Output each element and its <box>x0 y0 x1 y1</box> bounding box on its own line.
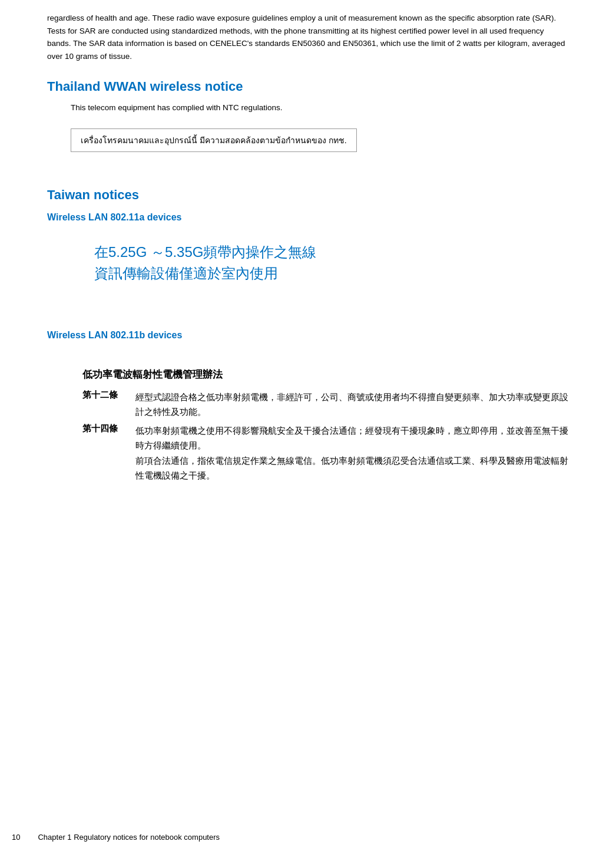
page-footer: 10 Chapter 1 Regulatory notices for note… <box>0 833 616 842</box>
article-14-body-2: 前項合法通信，指依電信規定作業之無線電信。低功率射頻電機須忍受合法通信或工業、科… <box>135 453 569 483</box>
taiwan-lan-a-section: Wireless LAN 802.11a devices 在5.25G ～5.3… <box>47 212 569 321</box>
article-12-row: 第十二條 經型式認證合格之低功率射頻電機，非經許可，公司、商號或使用者均不得擅自… <box>82 390 569 420</box>
article-12-body: 經型式認證合格之低功率射頻電機，非經許可，公司、商號或使用者均不得擅自變更頻率、… <box>135 390 569 420</box>
taiwan-lan-b-title: 低功率電波輻射性電機管理辦法 <box>82 368 569 381</box>
taiwan-lan-a-chinese-line1: 在5.25G ～5.35G頻帶內操作之無線 <box>94 242 557 263</box>
taiwan-lan-b-heading: Wireless LAN 802.11b devices <box>47 330 569 341</box>
page-content: regardless of health and age. These radi… <box>0 0 616 528</box>
article-14-label: 第十四條 <box>82 423 135 434</box>
footer-page-number: 10 <box>12 833 20 842</box>
thai-notice-text: เครื่องโทรคมนาคมและอุปกรณ์นี้ มีความสอดค… <box>81 136 347 145</box>
article-14-row: 第十四條 低功率射頻電機之使用不得影響飛航安全及干擾合法通信；經發現有干擾現象時… <box>82 423 569 483</box>
spacer-1 <box>47 158 569 176</box>
taiwan-lan-b-content: 低功率電波輻射性電機管理辦法 第十二條 經型式認證合格之低功率射頻電機，非經許可… <box>82 368 569 483</box>
taiwan-lan-a-chinese-box: 在5.25G ～5.35G頻帶內操作之無線 資訊傳輸設備僅適於室內使用 <box>82 233 569 292</box>
taiwan-lan-b-section: Wireless LAN 802.11b devices 低功率電波輻射性電機管… <box>47 330 569 483</box>
article-12-label: 第十二條 <box>82 390 135 401</box>
spacer-2 <box>47 303 569 321</box>
thailand-body-text: This telecom equipment has complied with… <box>71 101 569 114</box>
article-14-body-1: 低功率射頻電機之使用不得影響飛航安全及干擾合法通信；經發現有干擾現象時，應立即停… <box>135 423 569 453</box>
thai-notice-box: เครื่องโทรคมนาคมและอุปกรณ์นี้ มีความสอดค… <box>71 128 357 152</box>
taiwan-section: Taiwan notices Wireless LAN 802.11a devi… <box>47 187 569 483</box>
spacer-3 <box>47 350 569 358</box>
taiwan-heading: Taiwan notices <box>47 187 569 203</box>
thailand-heading: Thailand WWAN wireless notice <box>47 79 569 94</box>
taiwan-lan-a-heading: Wireless LAN 802.11a devices <box>47 212 569 223</box>
footer-chapter-text: Chapter 1 Regulatory notices for noteboo… <box>38 833 220 842</box>
taiwan-lan-a-chinese-line2: 資訊傳輸設備僅適於室內使用 <box>94 263 557 284</box>
intro-paragraph: regardless of health and age. These radi… <box>47 12 569 62</box>
